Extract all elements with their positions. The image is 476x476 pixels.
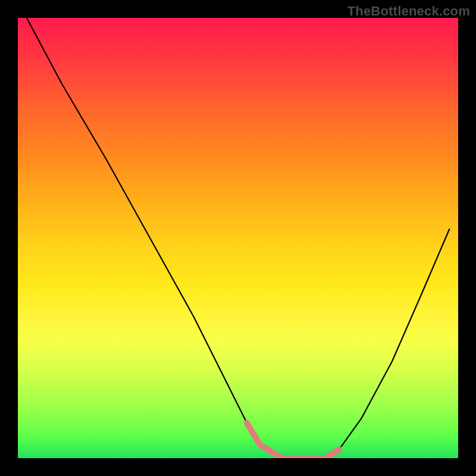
- watermark-text: TheBottleneck.com: [347, 4, 470, 19]
- bottleneck-curve-path: [27, 18, 449, 458]
- curve-svg: [18, 18, 458, 458]
- chart-stage: TheBottleneck.com: [0, 0, 476, 476]
- floor-band-path: [247, 423, 339, 458]
- plot-area: [18, 18, 458, 458]
